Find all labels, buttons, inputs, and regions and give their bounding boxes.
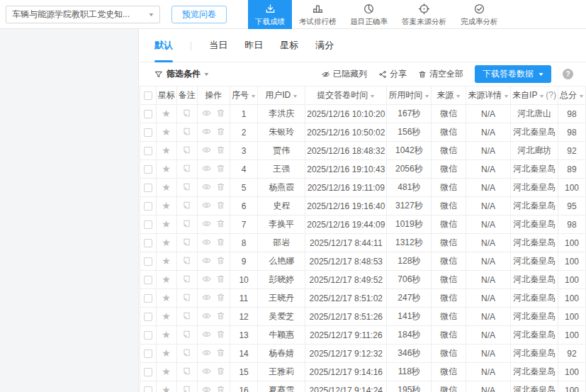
view-icon[interactable] (202, 128, 211, 138)
note-icon[interactable] (182, 257, 191, 267)
row-checkbox[interactable] (144, 276, 152, 284)
tab-考试排行榜[interactable]: 考试排行榜 (292, 0, 344, 29)
row-checkbox[interactable] (144, 349, 152, 358)
column-header-duration[interactable]: 所用时间▼ (387, 86, 432, 105)
clear-all-button[interactable]: 清空全部 (418, 68, 463, 80)
note-icon[interactable] (182, 147, 191, 157)
row-checkbox[interactable] (144, 257, 152, 266)
view-icon[interactable] (202, 110, 211, 120)
note-icon[interactable] (182, 128, 191, 138)
note-icon[interactable] (182, 368, 191, 378)
view-icon[interactable] (202, 386, 211, 392)
preview-survey-button[interactable]: 预览问卷 (171, 6, 227, 23)
note-icon[interactable] (182, 202, 191, 212)
sort-caret-icon[interactable]: ▼ (250, 94, 257, 99)
star-icon[interactable]: ★ (162, 255, 171, 267)
star-icon[interactable]: ★ (162, 108, 171, 119)
star-icon[interactable]: ★ (162, 163, 171, 174)
delete-icon[interactable] (216, 331, 225, 341)
note-icon[interactable] (182, 239, 191, 249)
download-answers-button[interactable]: 下载答卷数据 ▼ (475, 65, 551, 83)
view-icon[interactable] (202, 276, 211, 286)
row-checkbox[interactable] (144, 165, 152, 174)
note-icon[interactable] (182, 184, 191, 194)
share-button[interactable]: 分享 (378, 68, 407, 80)
note-icon[interactable] (182, 110, 191, 120)
row-checkbox[interactable] (144, 147, 152, 155)
note-icon[interactable] (182, 386, 191, 392)
hidden-columns-button[interactable]: 已隐藏列 (322, 68, 367, 80)
delete-icon[interactable] (216, 128, 225, 138)
column-header-source[interactable]: 来源▼ (432, 86, 466, 105)
tab-完成率分析[interactable]: 完成率分析 (453, 0, 505, 29)
star-icon[interactable]: ★ (162, 274, 171, 285)
row-checkbox[interactable] (144, 368, 152, 376)
select-all-checkbox[interactable] (144, 91, 152, 100)
delete-icon[interactable] (216, 110, 225, 120)
row-checkbox[interactable] (144, 184, 152, 192)
column-header-ip[interactable]: 来自IP▼(?) (511, 86, 558, 105)
view-icon[interactable] (202, 294, 211, 304)
star-icon[interactable]: ★ (162, 347, 171, 359)
subtab-昨日[interactable]: 昨日 (244, 29, 263, 62)
row-checkbox[interactable] (144, 331, 152, 340)
row-checkbox[interactable] (144, 110, 152, 118)
note-icon[interactable] (182, 276, 191, 286)
delete-icon[interactable] (216, 202, 225, 212)
sort-caret-icon[interactable]: ▼ (369, 94, 376, 99)
star-icon[interactable]: ★ (162, 181, 171, 193)
delete-icon[interactable] (216, 165, 225, 175)
tab-下载成绩[interactable]: 下载成绩 (248, 0, 292, 29)
filter-conditions[interactable]: 筛选条件 ▼ (154, 68, 209, 80)
row-checkbox[interactable] (144, 313, 152, 321)
delete-icon[interactable] (216, 257, 225, 267)
view-icon[interactable] (202, 202, 211, 212)
note-icon[interactable] (182, 349, 191, 359)
delete-icon[interactable] (216, 368, 225, 378)
sort-caret-icon[interactable]: ▼ (578, 94, 585, 99)
row-checkbox[interactable] (144, 294, 152, 303)
delete-icon[interactable] (216, 184, 225, 194)
view-icon[interactable] (202, 184, 211, 194)
delete-icon[interactable] (216, 294, 225, 304)
sort-caret-icon[interactable]: ▼ (292, 94, 298, 99)
sort-caret-icon[interactable]: ▼ (539, 94, 545, 99)
star-icon[interactable]: ★ (162, 126, 171, 138)
star-icon[interactable]: ★ (162, 145, 171, 156)
row-checkbox[interactable] (144, 128, 152, 137)
note-icon[interactable] (182, 220, 191, 230)
tab-题目正确率[interactable]: 题目正确率 (344, 0, 395, 29)
view-icon[interactable] (202, 331, 211, 341)
subtab-星标[interactable]: 星标 (280, 29, 298, 62)
view-icon[interactable] (202, 257, 211, 267)
star-icon[interactable]: ★ (162, 366, 171, 377)
row-checkbox[interactable] (144, 202, 152, 211)
help-icon[interactable]: ? (563, 69, 573, 79)
column-header-time[interactable]: 提交答卷时间▼ (305, 86, 387, 105)
view-icon[interactable] (202, 239, 211, 249)
subtab-当日[interactable]: 当日 (209, 29, 227, 62)
star-icon[interactable]: ★ (162, 237, 171, 248)
delete-icon[interactable] (216, 313, 225, 323)
star-icon[interactable]: ★ (162, 384, 171, 392)
star-icon[interactable]: ★ (162, 310, 171, 322)
tab-答案来源分析[interactable]: 答案来源分析 (395, 0, 453, 29)
star-icon[interactable]: ★ (162, 200, 171, 211)
sort-caret-icon[interactable]: ▼ (424, 94, 430, 99)
row-checkbox[interactable] (144, 239, 152, 247)
sort-caret-icon[interactable]: ▼ (455, 94, 461, 99)
star-icon[interactable]: ★ (162, 218, 171, 230)
delete-icon[interactable] (216, 239, 225, 249)
column-header-score[interactable]: 总分▼ (558, 86, 586, 105)
view-icon[interactable] (202, 147, 211, 157)
view-icon[interactable] (202, 220, 211, 230)
note-icon[interactable] (182, 294, 191, 304)
column-header-num[interactable]: 序号▼ (230, 86, 258, 105)
delete-icon[interactable] (216, 220, 225, 230)
delete-icon[interactable] (216, 386, 225, 392)
column-header-user[interactable]: 用户ID▼ (258, 86, 305, 105)
sort-caret-icon[interactable]: ▼ (503, 94, 509, 99)
view-icon[interactable] (202, 368, 211, 378)
survey-select[interactable]: 车辆与能源学院教职工党史知... ▼ (6, 6, 160, 23)
view-icon[interactable] (202, 349, 211, 359)
